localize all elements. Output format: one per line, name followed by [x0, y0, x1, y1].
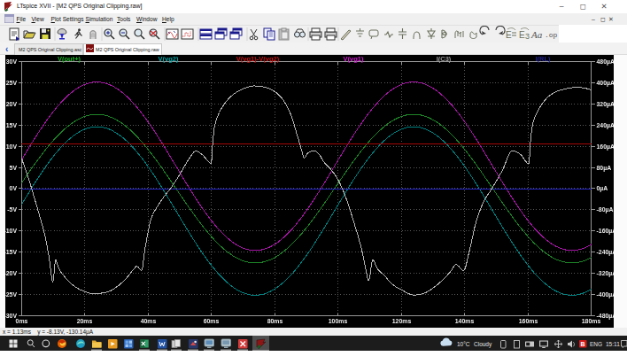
svg-text:160µA: 160µA	[597, 143, 615, 151]
svg-text:80µA: 80µA	[597, 165, 612, 172]
svg-text:-160µA: -160µA	[597, 228, 615, 235]
svg-text:240µA: 240µA	[597, 122, 615, 129]
svg-text:10V: 10V	[6, 143, 18, 150]
svg-text:400µA: 400µA	[597, 80, 615, 87]
svg-text:V(vg1): V(vg1)	[344, 55, 364, 63]
svg-text:60ms: 60ms	[204, 318, 220, 324]
svg-text:100ms: 100ms	[329, 318, 348, 324]
svg-text:120ms: 120ms	[392, 318, 412, 324]
svg-text:-320µA: -320µA	[597, 270, 615, 277]
svg-text:Aa: Aa	[530, 29, 543, 40]
svg-text:20V: 20V	[6, 101, 18, 107]
svg-text:V(vg1)-V(vg2): V(vg1)-V(vg2)	[236, 55, 280, 63]
svg-text:-5V: -5V	[7, 206, 17, 213]
svg-text:-400µA: -400µA	[597, 291, 615, 298]
svg-text:180ms: 180ms	[582, 318, 601, 324]
svg-text:V(out+): V(out+)	[58, 55, 81, 63]
svg-text:80ms: 80ms	[267, 318, 283, 324]
svg-text:V(vg2): V(vg2)	[159, 55, 179, 63]
svg-text:160ms: 160ms	[519, 318, 538, 324]
svg-text:E: E	[519, 30, 525, 40]
svg-text:-20V: -20V	[5, 270, 17, 276]
svg-text:-10V: -10V	[5, 228, 17, 234]
svg-text:I(RL): I(RL)	[535, 55, 551, 63]
svg-text:I(C3): I(C3)	[437, 55, 452, 63]
svg-text:320µA: 320µA	[597, 101, 615, 108]
svg-text:-25V: -25V	[5, 291, 17, 298]
svg-text:15:11: 15:11	[606, 341, 620, 347]
svg-text:15V: 15V	[6, 122, 18, 128]
svg-text:30V: 30V	[6, 58, 18, 65]
svg-text:Cloudy: Cloudy	[474, 341, 492, 348]
svg-text:-15V: -15V	[5, 249, 17, 255]
svg-text:E: E	[506, 30, 512, 40]
svg-text:-240µA: -240µA	[597, 249, 615, 256]
svg-text:25V: 25V	[6, 80, 18, 86]
svg-text:B: B	[581, 341, 585, 347]
svg-text:.op: .op	[545, 31, 558, 39]
svg-text:480µA: 480µA	[597, 58, 615, 66]
svg-text:40ms: 40ms	[141, 318, 157, 324]
svg-text:0µA: 0µA	[597, 185, 608, 192]
svg-text:5V: 5V	[10, 165, 18, 171]
svg-text:3: 3	[525, 32, 530, 41]
svg-text:140ms: 140ms	[455, 318, 475, 324]
svg-text:-80µA: -80µA	[597, 206, 614, 213]
svg-text:0V: 0V	[10, 185, 18, 191]
svg-text:10°C: 10°C	[457, 341, 470, 347]
svg-text:20ms: 20ms	[77, 318, 93, 324]
svg-text:0ms: 0ms	[16, 318, 28, 324]
svg-text:ENG: ENG	[590, 341, 602, 347]
